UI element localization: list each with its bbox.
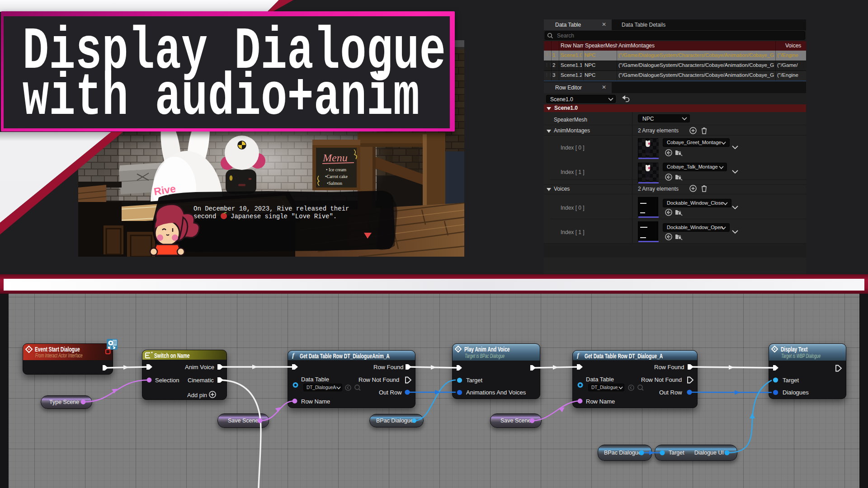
svg-text:Japanese single "Love Rive".: Japanese single "Love Rive". [231, 213, 337, 220]
svg-text:• Ice cream: • Ice cream [326, 167, 346, 172]
svg-text:•Salmon: •Salmon [327, 181, 342, 186]
svg-text:f: f [292, 352, 295, 359]
svg-text:f: f [577, 352, 580, 359]
svg-text:with audio+anim: with audio+anim [23, 64, 420, 132]
svg-text:On December 10, 2023, Rive rel: On December 10, 2023, Rive released thei… [193, 205, 349, 212]
svg-text:•Carrot cake: •Carrot cake [325, 174, 348, 179]
svg-text:Menu: Menu [322, 152, 348, 164]
svg-text:second: second [193, 213, 216, 220]
